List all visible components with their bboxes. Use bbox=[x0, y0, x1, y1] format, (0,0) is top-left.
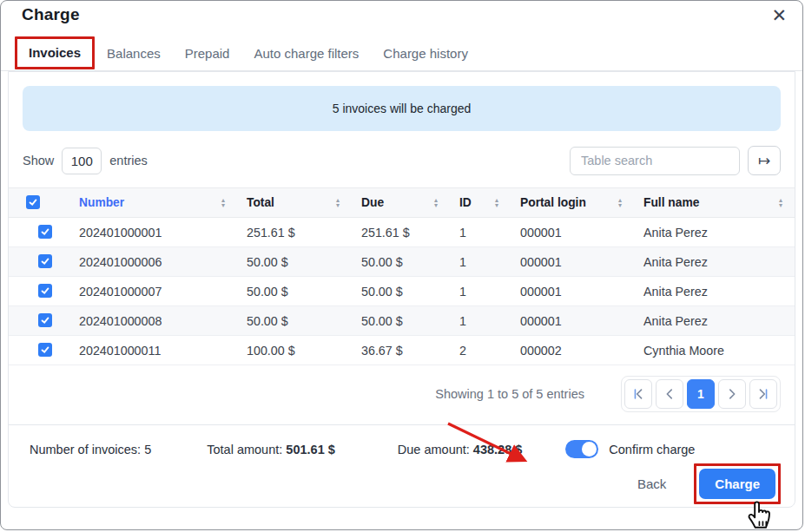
cell-id: 1 bbox=[450, 247, 511, 277]
export-button[interactable]: ↦ bbox=[748, 146, 781, 175]
toggle-knob bbox=[582, 442, 597, 456]
table-controls: Show entries ↦ bbox=[23, 145, 781, 176]
invoices-table: Number▴▾ Total▴▾ Due▴▾ ID▴▾ Portal login… bbox=[9, 187, 795, 365]
dialog-header: Charge ✕ bbox=[1, 1, 802, 24]
cell-total: 100.00 $ bbox=[237, 336, 352, 365]
cell-portal-login: 000001 bbox=[511, 306, 634, 336]
back-button[interactable]: Back bbox=[632, 476, 671, 492]
cell-due: 251.61 $ bbox=[352, 218, 450, 247]
column-header-number[interactable]: Number▴▾ bbox=[79, 196, 232, 209]
column-header-portal-login[interactable]: Portal login▴▾ bbox=[520, 196, 629, 209]
row-checkbox[interactable] bbox=[38, 225, 52, 239]
cell-due: 50.00 $ bbox=[352, 306, 450, 336]
cell-portal-login: 000001 bbox=[511, 218, 634, 247]
next-page-button[interactable] bbox=[718, 379, 746, 409]
select-all-checkbox[interactable] bbox=[26, 195, 40, 209]
last-page-button[interactable] bbox=[749, 379, 777, 409]
cell-number: 202401000011 bbox=[69, 336, 237, 365]
summary-footer: Number of invoices: 5 Total amount: 501.… bbox=[9, 425, 795, 458]
cell-full-name: Anita Perez bbox=[634, 247, 795, 277]
pagination-controls: 1 bbox=[621, 376, 781, 412]
cell-portal-login: 000001 bbox=[511, 277, 634, 306]
page-1-button[interactable]: 1 bbox=[687, 379, 715, 409]
search-input[interactable] bbox=[570, 147, 740, 175]
tab-balances[interactable]: Balances bbox=[95, 37, 173, 70]
chevron-right-icon bbox=[725, 387, 739, 401]
cell-number: 202401000001 bbox=[69, 218, 237, 247]
sort-icon: ▴▾ bbox=[221, 198, 225, 208]
cell-id: 2 bbox=[450, 336, 511, 365]
confirm-charge-label: Confirm charge bbox=[609, 443, 695, 456]
cell-id: 1 bbox=[450, 277, 511, 306]
pagination-row: Showing 1 to 5 of 5 entries 1 bbox=[23, 376, 781, 412]
table-row: 202401000007 50.00 $ 50.00 $ 1 000001 An… bbox=[9, 277, 795, 306]
chevron-left-icon bbox=[663, 387, 676, 401]
tab-charge-history[interactable]: Charge history bbox=[371, 37, 480, 70]
cell-due: 50.00 $ bbox=[352, 277, 450, 306]
cell-portal-login: 000002 bbox=[511, 336, 634, 365]
sort-icon: ▴▾ bbox=[618, 198, 622, 208]
cell-number: 202401000008 bbox=[69, 306, 237, 336]
sort-icon: ▴▾ bbox=[336, 198, 340, 208]
total-amount: Total amount: 501.61 $ bbox=[207, 443, 335, 456]
cell-due: 36.67 $ bbox=[352, 336, 450, 365]
show-label: Show bbox=[23, 154, 54, 167]
row-checkbox[interactable] bbox=[38, 254, 52, 268]
cell-full-name: Cynthia Moore bbox=[634, 336, 795, 365]
table-row: 202401000006 50.00 $ 50.00 $ 1 000001 An… bbox=[9, 247, 795, 277]
sort-icon: ▴▾ bbox=[779, 198, 782, 208]
column-header-total[interactable]: Total▴▾ bbox=[247, 196, 346, 209]
cell-number: 202401000006 bbox=[69, 247, 237, 277]
export-arrow-icon: ↦ bbox=[758, 152, 770, 170]
cell-id: 1 bbox=[450, 306, 511, 336]
dialog-title: Charge bbox=[22, 5, 80, 23]
cell-total: 50.00 $ bbox=[237, 306, 352, 336]
cell-total: 251.61 $ bbox=[237, 218, 352, 247]
tab-content-panel: 5 invoices will be charged Show entries … bbox=[8, 71, 795, 508]
cell-full-name: Anita Perez bbox=[634, 277, 795, 306]
tab-auto-charge-filters[interactable]: Auto charge filters bbox=[241, 37, 371, 70]
invoices-count: Number of invoices: 5 bbox=[30, 443, 151, 456]
table-header-row: Number▴▾ Total▴▾ Due▴▾ ID▴▾ Portal login… bbox=[9, 188, 795, 218]
row-checkbox[interactable] bbox=[38, 343, 52, 357]
pagination-summary: Showing 1 to 5 of 5 entries bbox=[435, 387, 584, 401]
cell-total: 50.00 $ bbox=[237, 277, 352, 306]
last-page-icon bbox=[756, 387, 770, 401]
close-icon[interactable]: ✕ bbox=[766, 4, 792, 26]
first-page-button[interactable] bbox=[624, 379, 652, 409]
row-checkbox[interactable] bbox=[38, 284, 52, 298]
action-buttons-row: Back Charge bbox=[9, 458, 795, 504]
tab-bar: Invoices Balances Prepaid Auto charge fi… bbox=[1, 24, 802, 71]
entries-label: entries bbox=[109, 154, 148, 167]
entries-input[interactable] bbox=[62, 148, 102, 174]
confirm-charge-toggle[interactable] bbox=[565, 440, 598, 458]
cell-full-name: Anita Perez bbox=[634, 306, 795, 336]
cell-portal-login: 000001 bbox=[511, 247, 634, 277]
prev-page-button[interactable] bbox=[656, 379, 683, 409]
cell-id: 1 bbox=[450, 218, 511, 247]
due-amount: Due amount: 438.28 $ bbox=[398, 443, 523, 456]
cell-full-name: Anita Perez bbox=[634, 218, 795, 247]
info-banner: 5 invoices will be charged bbox=[23, 86, 781, 131]
cell-due: 50.00 $ bbox=[352, 247, 450, 277]
table-row: 202401000011 100.00 $ 36.67 $ 2 000002 C… bbox=[9, 336, 795, 365]
column-header-full-name[interactable]: Full name▴▾ bbox=[643, 196, 789, 209]
sort-icon: ▴▾ bbox=[495, 198, 498, 208]
charge-dialog: Charge ✕ Invoices Balances Prepaid Auto … bbox=[0, 0, 803, 530]
first-page-icon bbox=[631, 387, 645, 401]
row-checkbox[interactable] bbox=[38, 313, 52, 327]
cell-total: 50.00 $ bbox=[237, 247, 352, 277]
cell-number: 202401000007 bbox=[69, 277, 237, 306]
column-header-id[interactable]: ID▴▾ bbox=[459, 196, 505, 209]
column-header-due[interactable]: Due▴▾ bbox=[361, 196, 445, 209]
sort-icon: ▴▾ bbox=[434, 198, 438, 208]
tab-invoices[interactable]: Invoices bbox=[15, 36, 95, 69]
charge-button[interactable]: Charge bbox=[699, 469, 775, 499]
tab-prepaid[interactable]: Prepaid bbox=[173, 37, 242, 70]
table-row: 202401000001 251.61 $ 251.61 $ 1 000001 … bbox=[9, 218, 795, 247]
charge-annotation-box: Charge bbox=[694, 463, 781, 504]
table-row: 202401000008 50.00 $ 50.00 $ 1 000001 An… bbox=[9, 306, 795, 336]
